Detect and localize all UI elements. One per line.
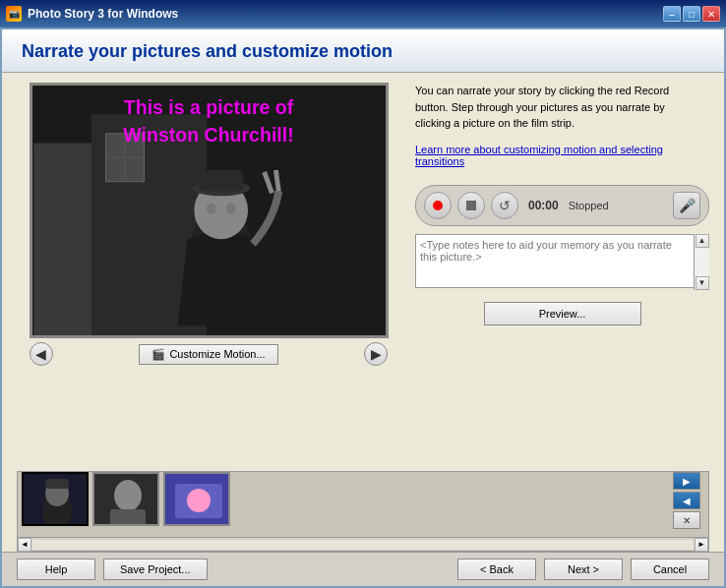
window-title: Photo Story 3 for Windows [28,7,178,21]
app-icon: 📷 [6,6,22,22]
close-button[interactable]: ✕ [702,6,720,22]
nav-row: ◀ 🎬 Customize Motion... ▶ [30,342,389,366]
scroll-down-arrow[interactable]: ▼ [696,276,709,290]
svg-rect-19 [45,479,69,489]
content-area: This is a picture of Winston Churchill! … [2,73,724,471]
page-title: Narrate your pictures and customize moti… [22,41,704,62]
next-button[interactable]: Next > [544,559,623,580]
save-project-button[interactable]: Save Project... [103,559,208,580]
svg-rect-9 [199,170,243,191]
customize-icon: 🎬 [151,348,165,361]
learn-more-link[interactable]: Learn more about customizing motion and … [415,144,663,167]
record-button[interactable] [424,192,452,219]
scroll-left-arrow[interactable]: ◄ [18,538,31,552]
rewind-button[interactable]: ↺ [491,192,518,219]
svg-rect-22 [110,509,146,526]
window-controls: – □ ✕ [663,6,720,22]
churchill-image: This is a picture of Winston Churchill! [32,86,386,335]
left-panel: This is a picture of Winston Churchill! … [17,83,400,461]
filmstrip-inner [22,472,665,526]
microphone-icon: 🎤 [679,198,696,213]
record-dot-icon [433,201,443,210]
back-button[interactable]: < Back [457,559,536,580]
customize-motion-button[interactable]: 🎬 Customize Motion... [139,344,277,365]
preview-button[interactable]: Preview... [484,302,641,325]
description-block: You can narrate your story by clicking t… [415,83,709,132]
filmstrip-left-button[interactable]: ◀ [673,492,700,509]
filmstrip-controls: ▶ ◀ ✕ [669,472,704,537]
svg-text:This is a picture of: This is a picture of [123,96,293,118]
page-header: Narrate your pictures and customize moti… [2,29,724,73]
image-preview: This is a picture of Winston Churchill! [30,83,389,338]
rewind-icon: ↺ [499,198,511,213]
svg-line-13 [275,170,278,191]
main-window: Narrate your pictures and customize moti… [0,28,726,588]
filmstrip [18,472,669,537]
audio-controls-bar: ↺ 00:00 Stopped 🎤 [415,185,709,226]
stop-icon [466,201,476,210]
filmstrip-scrollbar: ◄ ► [17,538,709,552]
title-bar: 📷 Photo Story 3 for Windows – □ ✕ [0,0,726,28]
audio-section: ↺ 00:00 Stopped 🎤 [415,185,709,226]
film-thumb-2[interactable] [92,472,159,526]
cancel-button[interactable]: Cancel [631,559,709,580]
scroll-right-arrow[interactable]: ► [695,538,708,552]
svg-point-21 [114,480,142,511]
status-text: Stopped [569,200,667,211]
microphone-button[interactable]: 🎤 [673,192,700,219]
svg-point-10 [207,203,216,214]
bottom-bar: Help Save Project... < Back Next > Cance… [2,552,724,586]
film-thumb-3[interactable] [163,472,230,526]
filmstrip-delete-button[interactable]: ✕ [673,511,700,529]
svg-point-25 [187,489,211,512]
next-arrow[interactable]: ▶ [364,342,388,366]
notes-scrollbar: ▲ ▼ [694,234,709,290]
scroll-up-arrow[interactable]: ▲ [696,234,709,248]
stop-button[interactable] [457,192,485,219]
film-thumb-1[interactable] [22,472,89,526]
svg-text:Winston Churchill!: Winston Churchill! [123,124,293,146]
notes-area-wrapper: ▲ ▼ [415,234,709,290]
scroll-track [32,540,694,550]
prev-arrow[interactable]: ◀ [30,342,53,366]
svg-point-11 [225,203,235,214]
filmstrip-right-button[interactable]: ▶ [673,472,700,490]
photo-area: This is a picture of Winston Churchill! [32,86,386,335]
maximize-button[interactable]: □ [683,6,700,22]
notes-textarea[interactable] [415,234,709,288]
minimize-button[interactable]: – [663,6,681,22]
right-panel: You can narrate your story by clicking t… [415,83,709,461]
help-button[interactable]: Help [17,559,95,580]
time-display: 00:00 [528,199,559,212]
